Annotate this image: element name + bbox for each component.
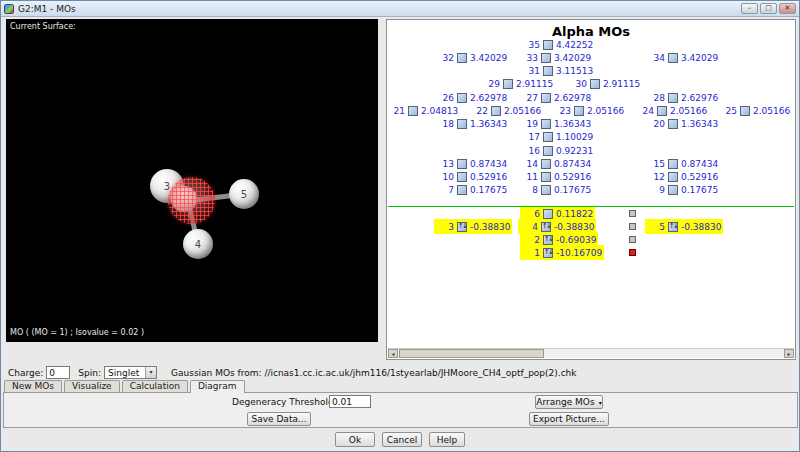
degeneracy-threshold-input[interactable] — [329, 395, 371, 408]
atom-5[interactable]: 5 — [229, 179, 259, 209]
mo-orbital-icon[interactable] — [668, 119, 678, 129]
charge-input[interactable] — [46, 366, 70, 379]
mo-level-3[interactable]: 3↑↓-0.38830 — [436, 221, 510, 232]
mo-level-10[interactable]: 100.52916 — [436, 171, 507, 182]
mo-orbital-icon[interactable] — [457, 159, 467, 169]
help-button[interactable]: Help — [429, 432, 465, 447]
ok-button[interactable]: Ok — [335, 432, 375, 447]
mo-orbital-icon[interactable] — [541, 93, 551, 103]
minimize-icon[interactable]: – — [741, 3, 758, 14]
cancel-button[interactable]: Cancel — [382, 432, 422, 447]
mo-level-35[interactable]: 354.42252 — [522, 39, 593, 50]
mo-level-9[interactable]: 90.17675 — [647, 184, 718, 195]
maximize-icon[interactable]: □ — [760, 3, 777, 14]
mo-level-13[interactable]: 130.87434 — [436, 158, 507, 169]
mo-orbital-icon[interactable] — [574, 106, 584, 116]
mo-orbital-icon[interactable] — [668, 185, 678, 195]
mo-orbital-icon[interactable] — [543, 66, 553, 76]
chevron-down-icon[interactable]: ▾ — [145, 367, 156, 378]
mo-orbital-icon[interactable] — [668, 93, 678, 103]
surface-marker-icon[interactable] — [629, 223, 636, 230]
mo-level-2[interactable]: 2↑↓-0.69039 — [522, 234, 596, 245]
tab-new-mos[interactable]: New MOs — [4, 380, 62, 392]
mo-level-34[interactable]: 343.42029 — [647, 52, 718, 63]
mo-level-25[interactable]: 252.05166 — [719, 105, 790, 116]
mo-level-12[interactable]: 120.52916 — [647, 171, 718, 182]
tab-visualize[interactable]: Visualize — [64, 380, 120, 392]
mo-orbital-icon[interactable] — [668, 172, 678, 182]
mo-orbital-icon[interactable] — [503, 79, 513, 89]
mo-orbital-icon[interactable] — [457, 53, 467, 63]
mo-orbital-icon[interactable]: ↑↓ — [543, 235, 553, 245]
mo-orbital-icon[interactable] — [668, 53, 678, 63]
mo-level-7[interactable]: 70.17675 — [436, 184, 507, 195]
mo-level-18[interactable]: 181.36343 — [436, 118, 507, 129]
close-icon[interactable]: ✕ — [779, 3, 796, 14]
mo-orbital-icon[interactable] — [541, 119, 551, 129]
mo-level-26[interactable]: 262.62978 — [436, 92, 507, 103]
mo-level-6[interactable]: 60.11822 — [522, 208, 593, 219]
mo-orbital-icon[interactable] — [740, 106, 750, 116]
mo-level-16[interactable]: 160.92231 — [522, 145, 593, 156]
mo-orbital-icon[interactable] — [408, 106, 418, 116]
mo-orbital-icon[interactable] — [457, 172, 467, 182]
mo-level-22[interactable]: 222.05166 — [470, 105, 541, 116]
mo-level-23[interactable]: 232.05166 — [553, 105, 624, 116]
mo-orbital-icon[interactable] — [457, 119, 467, 129]
mo-level-4[interactable]: 4↑↓-0.38830 — [520, 221, 594, 232]
mo-orbital-icon[interactable]: ↑↓ — [668, 222, 678, 232]
scroll-right-icon[interactable]: ▸ — [784, 349, 794, 358]
export-picture-button[interactable]: Export Picture... — [529, 412, 609, 426]
surface-marker-icon[interactable] — [629, 236, 636, 243]
spin-select[interactable]: Singlet ▾ — [104, 366, 157, 379]
mo-orbital-icon[interactable]: ↑↓ — [457, 222, 467, 232]
mo-level-15[interactable]: 150.87434 — [647, 158, 718, 169]
scroll-left-icon[interactable]: ◂ — [388, 349, 398, 358]
mo-level-5[interactable]: 5↑↓-0.38830 — [647, 221, 721, 232]
mo-level-24[interactable]: 242.05166 — [636, 105, 707, 116]
mo-orbital-icon[interactable] — [668, 159, 678, 169]
save-data-button[interactable]: Save Data... — [247, 412, 311, 426]
current-surface-marker-icon[interactable] — [629, 249, 636, 256]
mo-orbital-icon[interactable] — [590, 79, 600, 89]
mo-level-19[interactable]: 191.36343 — [520, 118, 591, 129]
mo-orbital-icon[interactable] — [541, 53, 551, 63]
mo-orbital-icon[interactable] — [491, 106, 501, 116]
mo-level-8[interactable]: 80.17675 — [520, 184, 591, 195]
mo-level-11[interactable]: 110.52916 — [520, 171, 591, 182]
mo-orbital-icon[interactable] — [457, 93, 467, 103]
molecule-viewer[interactable]: 354 Current Surface: MO ( (MO = 1) ; Iso… — [6, 19, 378, 342]
mo-level-29[interactable]: 292.91115 — [482, 78, 553, 89]
mo-orbital-icon[interactable] — [543, 209, 553, 219]
mo-level-20[interactable]: 201.36343 — [647, 118, 718, 129]
mo-orbital-icon[interactable] — [541, 172, 551, 182]
tab-diagram[interactable]: Diagram — [190, 380, 245, 393]
mo-orbital-icon[interactable] — [541, 159, 551, 169]
mo-orbital-icon[interactable] — [457, 185, 467, 195]
mo-level-17[interactable]: 171.10029 — [522, 131, 593, 142]
surface-marker-icon[interactable] — [629, 210, 636, 217]
tab-calculation[interactable]: Calculation — [122, 380, 188, 392]
mo-level-21[interactable]: 212.04813 — [387, 105, 458, 116]
mo-level-30[interactable]: 302.91115 — [569, 78, 640, 89]
mo-orbital-icon[interactable] — [657, 106, 667, 116]
mo-orbital-icon[interactable]: ↑↓ — [543, 248, 553, 258]
mo-level-1[interactable]: 1↑↓-10.16709 — [522, 247, 602, 258]
mo-orbital-icon[interactable] — [541, 185, 551, 195]
arrange-mos-dropdown[interactable]: Arrange MOs ▾ — [535, 395, 603, 409]
mo-orbital-icon[interactable]: ↑↓ — [541, 222, 551, 232]
mo-level-14[interactable]: 140.87434 — [520, 158, 591, 169]
horizontal-scrollbar[interactable]: ◂ ▸ — [388, 348, 794, 358]
mo-level-33[interactable]: 333.42029 — [520, 52, 591, 63]
mo-level-32[interactable]: 323.42029 — [436, 52, 507, 63]
title-bar[interactable]: G2:M1 - MOs – □ ✕ — [1, 1, 799, 17]
mo-orbital-icon[interactable] — [543, 132, 553, 142]
scrollbar-thumb[interactable] — [399, 349, 544, 358]
mo-orbital-icon[interactable] — [543, 40, 553, 50]
mo-level-31[interactable]: 313.11513 — [522, 65, 593, 76]
mo-surface-mesh[interactable] — [168, 177, 215, 224]
mo-level-28[interactable]: 282.62976 — [647, 92, 718, 103]
mo-orbital-icon[interactable] — [543, 146, 553, 156]
mo-level-27[interactable]: 272.62978 — [520, 92, 591, 103]
atom-4[interactable]: 4 — [183, 229, 213, 259]
